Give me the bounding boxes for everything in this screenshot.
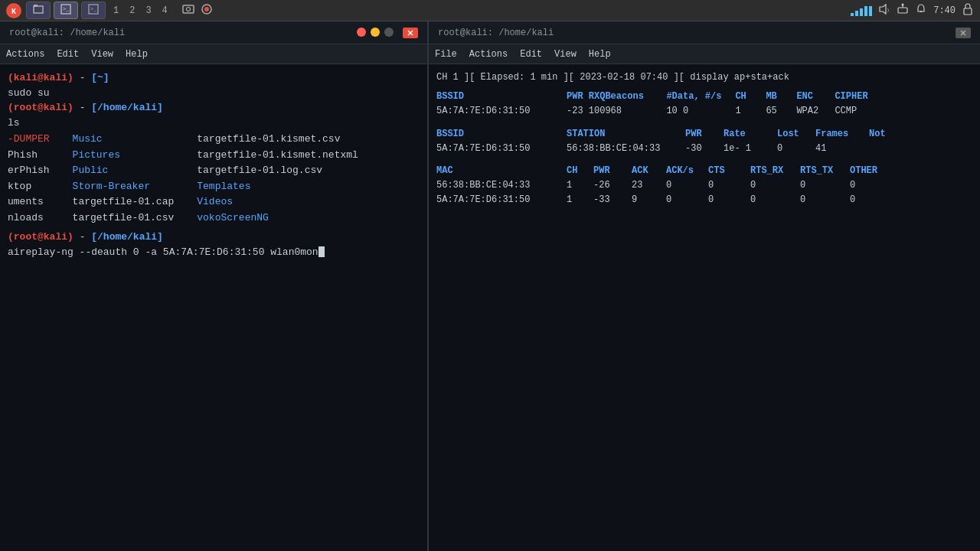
file-col-2: Music Pictures Public Storm-Breaker targ… <box>73 132 175 225</box>
ack-pwr-1: -26 <box>593 178 632 193</box>
workspace-4[interactable]: 4 <box>159 5 171 16</box>
ack-cts-2: 0 <box>708 193 750 207</box>
prompt-dir-home2: [/home/kali] <box>91 102 163 113</box>
sta-col-notes: Not <box>869 127 907 142</box>
bell-icon[interactable] <box>915 3 927 18</box>
sta-station-1: 56:38:BB:CE:04:33 <box>567 142 685 156</box>
wifi-icon <box>851 5 872 16</box>
ack-ack-1: 23 <box>632 178 666 193</box>
col-bssid: BSSID <box>436 90 567 104</box>
ack-mac-1: 56:38:BB:CE:04:33 <box>436 178 567 193</box>
ap-bssid-1: 5A:7A:7E:D6:31:50 <box>436 104 567 119</box>
ack-cts-1: 0 <box>708 178 750 193</box>
svg-point-11 <box>204 7 209 11</box>
file-listing: -DUMPER Phish erPhish ktop uments nloads… <box>8 132 420 225</box>
term-right-close-button[interactable] <box>956 28 971 38</box>
prompt-dir-home3: [/home/kali] <box>91 231 163 243</box>
workspace-2[interactable]: 2 <box>126 5 138 16</box>
prompt-dash-3: - <box>80 231 86 243</box>
taskbar-files[interactable] <box>26 2 51 19</box>
sta-col-pwr: PWR <box>685 127 724 142</box>
cmd-ls: ls <box>8 117 20 129</box>
prompt-dash: - <box>80 72 86 83</box>
ack-col-acks: ACK/s <box>666 164 708 178</box>
sta-col-lost: Lost <box>777 127 815 142</box>
kali-dragon-icon[interactable]: K <box>6 3 21 18</box>
term-line-2: sudo su <box>8 86 420 101</box>
ap-cipher-1: CCMP <box>835 104 880 119</box>
ack-pwr-2: -33 <box>593 193 632 207</box>
file-phish: Phish <box>8 148 50 163</box>
term-right-titlebar: root@kali: /home/kali <box>429 21 980 44</box>
ack-other-1: 0 <box>850 178 896 193</box>
col-cipher: CIPHER <box>835 90 880 104</box>
file-ktop: ktop <box>8 179 50 194</box>
menu-edit-r[interactable]: Edit <box>520 49 542 60</box>
file-nloads: nloads <box>8 210 50 226</box>
ack-col-rts-rx: RTS_RX <box>750 164 800 178</box>
menu-help[interactable]: Help <box>126 49 148 60</box>
prompt-root-2: (root@kali) <box>8 231 74 243</box>
term-maximize-dot[interactable] <box>371 28 380 37</box>
file-cap: targetfile-01.cap <box>73 194 175 210</box>
ack-col-pwr: PWR <box>593 164 632 178</box>
term-close-button[interactable] <box>403 28 418 38</box>
term-close-dot[interactable] <box>384 28 394 37</box>
main-area: root@kali: /home/kali Actions Edit View … <box>0 21 980 551</box>
ack-col-rts-tx: RTS_TX <box>800 164 850 178</box>
lock-icon[interactable] <box>962 3 974 18</box>
workspace-1[interactable]: 1 <box>110 5 122 16</box>
network-icon[interactable] <box>897 3 909 18</box>
svg-text:)))): )))) <box>887 8 890 13</box>
taskbar-terminal1[interactable]: >_ <box>54 2 78 19</box>
taskbar: K >_ >_ 1 2 3 4 <box>0 0 980 21</box>
menu-help-r[interactable]: Help <box>589 49 611 60</box>
record-icon[interactable] <box>200 2 214 19</box>
menu-edit[interactable]: Edit <box>57 49 79 60</box>
file-videos: Videos <box>197 194 358 210</box>
sta-lost-1: 0 <box>777 142 815 156</box>
term-left-menubar: Actions Edit View Help <box>0 44 427 64</box>
term-line-5: (root@kali) - [/home/kali] <box>8 230 420 245</box>
terminal-left: root@kali: /home/kali Actions Edit View … <box>0 21 429 551</box>
file-public: Public <box>73 163 175 178</box>
ap-ch-1: 1 <box>735 104 766 119</box>
workspace-3[interactable]: 3 <box>142 5 154 16</box>
term-minimize-dot[interactable] <box>357 28 366 37</box>
ack-ack-2: 9 <box>632 193 666 207</box>
sta-table-header: BSSID STATION PWR Rate Lost Frames Not <box>436 127 972 142</box>
svg-point-9 <box>186 7 190 11</box>
ack-mac-2: 5A:7A:7E:D6:31:50 <box>436 193 567 207</box>
file-col-1: -DUMPER Phish erPhish ktop uments nloads <box>8 132 50 225</box>
svg-rect-14 <box>898 8 907 13</box>
taskbar-apps: >_ >_ <box>26 2 106 19</box>
cmd-sudo: sudo su <box>8 87 50 99</box>
menu-actions[interactable]: Actions <box>6 49 44 60</box>
file-dumper: -DUMPER <box>8 132 50 147</box>
file-log-csv: targetfile-01.log.csv <box>197 163 358 178</box>
taskbar-terminal2[interactable]: >_ <box>81 2 106 19</box>
ack-col-ack: ACK <box>632 164 666 178</box>
ack-row-1: 56:38:BB:CE:04:33 1 -26 23 0 0 0 0 0 <box>436 178 972 193</box>
ack-row-2: 5A:7A:7E:D6:31:50 1 -33 9 0 0 0 0 0 <box>436 193 972 207</box>
term-line-4: ls <box>8 116 420 131</box>
menu-file[interactable]: File <box>435 49 457 60</box>
ack-acks-1: 0 <box>666 178 708 193</box>
menu-actions-r[interactable]: Actions <box>469 49 508 60</box>
volume-icon[interactable]: )))) <box>878 3 890 18</box>
file-col-3: targetfile-01.kismet.csv targetfile-01.k… <box>197 132 358 225</box>
svg-text:K: K <box>11 8 16 16</box>
file-music: Music <box>73 132 175 147</box>
term-right-title: root@kali: /home/kali <box>438 28 554 38</box>
term-right-menubar: File Actions Edit View Help <box>429 44 980 64</box>
screenshot-icon[interactable] <box>181 2 195 19</box>
col-mb: MB <box>766 90 796 104</box>
ack-col-other: OTHER <box>850 164 896 178</box>
menu-view-r[interactable]: View <box>554 49 577 60</box>
sta-notes-1 <box>869 142 907 156</box>
airodump-header-line: CH 1 ][ Elapsed: 1 min ][ 2023-02-18 07:… <box>436 70 972 85</box>
prompt-user: (kali@kali) <box>8 72 74 83</box>
menu-view[interactable]: View <box>91 49 113 60</box>
sta-bssid-1: 5A:7A:7E:D6:31:50 <box>436 142 567 156</box>
svg-rect-18 <box>964 8 972 15</box>
